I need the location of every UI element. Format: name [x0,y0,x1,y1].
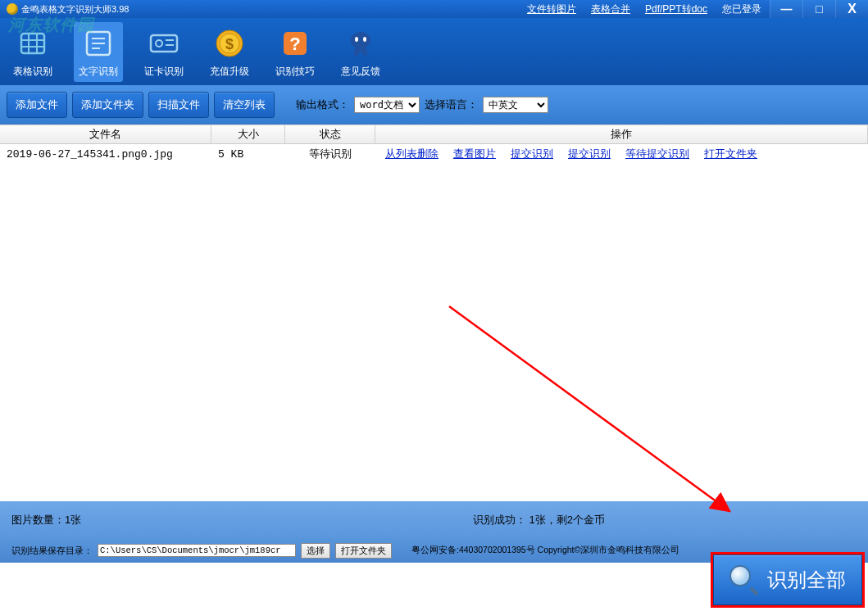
op-submit1-link[interactable]: 提交识别 [511,147,553,161]
add-file-button[interactable]: 添加文件 [7,92,67,118]
tool-card-ocr[interactable]: 证卡识别 [139,22,189,82]
tool-table-ocr[interactable]: 表格识别 [8,22,57,82]
col-operations[interactable]: 操作 [375,125,868,143]
op-remove-link[interactable]: 从列表删除 [385,147,439,161]
svg-point-19 [355,37,358,42]
table-row[interactable]: 2019-06-27_145341.png0.jpg 5 KB 等待识别 从列表… [0,144,868,164]
select-path-button[interactable]: 选择 [301,543,330,559]
output-format-label: 输出格式： [296,97,349,112]
window-controls: — □ X [770,0,868,18]
cell-size: 5 KB [211,148,285,161]
save-path-input[interactable] [98,544,296,557]
cell-filename: 2019-06-27_145341.png0.jpg [0,148,211,161]
output-format-select[interactable]: word文档 [354,97,420,113]
col-status[interactable]: 状态 [285,125,375,143]
language-label: 选择语言： [425,97,478,112]
minimize-button[interactable]: — [770,0,802,18]
tool-recharge[interactable]: $ 充值升级 [205,22,254,82]
op-view-link[interactable]: 查看图片 [453,147,496,161]
main-toolbar: 河东软件园 表格识别 文字识别 证卡识别 $ 充值升级 ? 识别技巧 意见反馈 [0,18,868,85]
col-size[interactable]: 大小 [211,125,285,143]
file-list-area: 2019-06-27_145341.png0.jpg 5 KB 等待识别 从列表… [0,144,868,501]
copyright-text: 粤公网安备:44030702001395号 Copyright©深圳市金鸣科技有… [411,545,679,556]
op-submit2-link[interactable]: 提交识别 [568,147,611,161]
svg-point-18 [351,32,370,48]
tool-label: 识别技巧 [275,65,315,79]
link-pdf-ppt-doc[interactable]: Pdf/PPT转doc [645,2,707,16]
cell-status: 等待识别 [285,147,375,161]
svg-point-20 [363,37,366,42]
link-file-to-image[interactable]: 文件转图片 [527,2,576,16]
status-bar: 图片数量：1张 识别成功： 1张，剩2个金币 [0,501,868,538]
tool-label: 充值升级 [210,65,249,79]
clear-list-button[interactable]: 清空列表 [214,92,275,118]
scan-file-button[interactable]: 扫描文件 [148,92,209,118]
op-open-folder-link[interactable]: 打开文件夹 [704,147,757,161]
coin-icon: $ [211,25,248,61]
app-title: 金鸣表格文字识别大师3.98 [21,3,129,16]
feedback-icon [343,25,379,61]
action-bar: 添加文件 添加文件夹 扫描文件 清空列表 输出格式： word文档 选择语言： … [0,85,868,124]
save-dir-label: 识别结果保存目录： [11,545,93,557]
annotation-highlight: 识别全部 [711,552,865,608]
tool-label: 证卡识别 [144,65,184,79]
table-icon [15,25,51,61]
app-icon [7,3,18,15]
add-folder-button[interactable]: 添加文件夹 [72,92,143,118]
success-info: 识别成功： 1张，剩2个金币 [473,513,605,527]
annotation-arrow [443,300,754,529]
svg-point-10 [156,40,162,47]
col-filename[interactable]: 文件名 [0,125,211,143]
svg-text:?: ? [289,34,300,54]
text-icon [80,25,116,61]
tool-label: 表格识别 [13,65,52,79]
tool-tips[interactable]: ? 识别技巧 [270,22,320,82]
output-options: 输出格式： word文档 选择语言： 中英文 [296,97,548,113]
magnifier-icon [729,565,759,595]
tool-label: 意见反馈 [341,65,380,79]
help-icon: ? [277,25,313,61]
login-status[interactable]: 您已登录 [722,2,761,16]
maximize-button[interactable]: □ [802,0,835,18]
titlebar: 金鸣表格文字识别大师3.98 文件转图片 表格合并 Pdf/PPT转doc 您已… [0,0,868,18]
file-table-header: 文件名 大小 状态 操作 [0,124,868,144]
svg-text:$: $ [225,36,234,52]
tool-text-ocr[interactable]: 文字识别 [74,22,123,82]
tool-feedback[interactable]: 意见反馈 [336,22,385,82]
recognize-all-label: 识别全部 [767,567,846,593]
svg-rect-0 [21,34,44,53]
image-count: 图片数量：1张 [11,513,81,527]
language-select[interactable]: 中英文 [483,97,548,113]
cell-operations: 从列表删除 查看图片 提交识别 提交识别 等待提交识别 打开文件夹 [375,147,868,161]
tool-label: 文字识别 [79,65,118,79]
svg-line-21 [449,306,729,511]
card-icon [146,25,182,61]
close-button[interactable]: X [835,0,868,18]
open-folder-button[interactable]: 打开文件夹 [335,543,392,559]
recognize-all-button[interactable]: 识别全部 [713,554,862,605]
op-waiting-link[interactable]: 等待提交识别 [625,147,689,161]
titlebar-links: 文件转图片 表格合并 Pdf/PPT转doc 您已登录 [527,2,761,16]
svg-rect-9 [151,35,177,52]
link-table-merge[interactable]: 表格合并 [591,2,630,16]
